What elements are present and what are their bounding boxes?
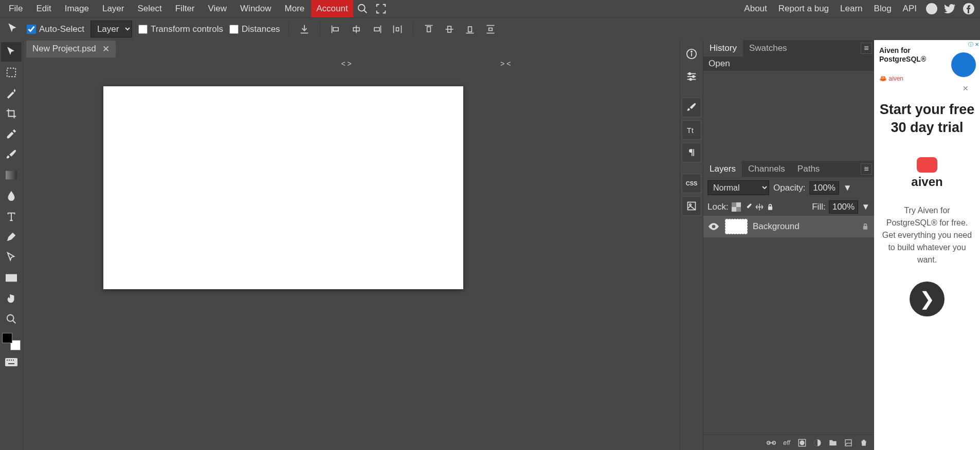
history-menu-icon[interactable]: ≡ [861, 43, 872, 54]
tool-text[interactable] [1, 207, 22, 226]
search-icon[interactable] [356, 3, 369, 15]
canvas-redo-icon[interactable]: > < [500, 60, 511, 68]
auto-select-checkbox[interactable]: Auto-Select [27, 24, 84, 34]
tool-crop[interactable] [1, 104, 22, 123]
adjustment-layer-icon[interactable] [812, 438, 823, 448]
align-right-icon[interactable] [370, 22, 384, 36]
close-tab-icon[interactable]: ✕ [102, 44, 110, 54]
link-layers-icon[interactable] [766, 438, 776, 448]
distances-checkbox[interactable]: Distances [229, 24, 280, 34]
tool-zoom[interactable] [1, 309, 22, 329]
transform-checkbox[interactable]: Transform controls [138, 24, 223, 34]
svg-rect-46 [732, 202, 736, 207]
color-swatches[interactable] [1, 332, 22, 351]
blend-mode-select[interactable]: Normal [707, 180, 769, 195]
distances-input[interactable] [229, 25, 239, 34]
twitter-icon[interactable] [944, 3, 956, 15]
svg-line-1 [364, 10, 367, 13]
opacity-value[interactable]: 100% [809, 181, 839, 195]
document-tab[interactable]: New Project.psd ✕ [26, 41, 116, 58]
css-panel-icon[interactable]: CSS [682, 174, 701, 193]
link-api[interactable]: API [897, 0, 922, 17]
align-center-h-icon[interactable] [349, 22, 364, 36]
link-blog[interactable]: Blog [868, 0, 897, 17]
menu-layer[interactable]: Layer [96, 0, 131, 17]
fg-color[interactable] [2, 333, 12, 343]
align-top-icon[interactable] [422, 22, 436, 36]
scope-select[interactable]: Layer [90, 21, 132, 38]
tool-blur[interactable] [1, 186, 22, 205]
fill-value[interactable]: 100% [829, 200, 858, 214]
menu-more[interactable]: More [278, 0, 312, 17]
menu-account[interactable]: Account [311, 0, 353, 17]
ad-info-icon[interactable]: ⓘ ✕ [968, 41, 979, 48]
link-about[interactable]: About [738, 0, 772, 17]
lock-all-icon[interactable] [767, 203, 774, 211]
reddit-icon[interactable] [925, 3, 938, 15]
layer-mask-icon[interactable] [797, 438, 807, 448]
character-panel-icon[interactable]: Tt [682, 120, 701, 140]
delete-layer-icon[interactable] [859, 438, 869, 448]
tab-paths[interactable]: Paths [791, 161, 826, 177]
align-left-icon[interactable] [329, 22, 343, 36]
align-bottom-icon[interactable] [463, 22, 477, 36]
menu-filter[interactable]: Filter [169, 0, 202, 17]
tab-history[interactable]: History [703, 40, 743, 57]
svg-point-39 [689, 73, 691, 75]
lock-position-icon[interactable] [755, 203, 764, 211]
tool-pen[interactable] [1, 227, 22, 247]
layer-effects-icon[interactable]: eff [782, 438, 792, 448]
tool-keyboard[interactable] [1, 352, 22, 372]
tool-eyedropper[interactable] [1, 124, 22, 144]
layer-visibility-icon[interactable] [709, 223, 720, 230]
menu-window[interactable]: Window [233, 0, 278, 17]
sliders-icon[interactable] [682, 67, 701, 86]
link-report-bug[interactable]: Report a bug [773, 0, 834, 17]
tool-move[interactable] [1, 42, 22, 62]
tool-path-select[interactable] [1, 248, 22, 267]
facebook-icon[interactable] [963, 3, 975, 15]
tool-wand[interactable] [1, 83, 22, 103]
layers-menu-icon[interactable]: ≡ [861, 163, 872, 175]
tool-hand[interactable] [1, 289, 22, 308]
menu-edit[interactable]: Edit [29, 0, 58, 17]
auto-select-input[interactable] [27, 25, 36, 34]
tab-swatches[interactable]: Swatches [743, 40, 793, 57]
link-learn[interactable]: Learn [834, 0, 868, 17]
brush-panel-icon[interactable] [682, 98, 701, 117]
image-panel-icon[interactable] [682, 196, 701, 216]
lock-transparent-icon[interactable] [732, 202, 741, 212]
menu-image[interactable]: Image [58, 0, 96, 17]
layer-row[interactable]: Background [703, 216, 874, 237]
opacity-dropdown-icon[interactable]: ▼ [843, 183, 852, 193]
align-center-v-icon[interactable] [442, 22, 457, 36]
new-folder-icon[interactable] [828, 438, 838, 448]
new-layer-icon[interactable] [843, 438, 854, 448]
distribute-v-icon[interactable] [483, 22, 498, 36]
transform-input[interactable] [138, 25, 148, 34]
tab-channels[interactable]: Channels [742, 161, 791, 177]
download-icon[interactable] [297, 22, 312, 36]
menu-file[interactable]: File [2, 0, 29, 17]
menu-view[interactable]: View [202, 0, 234, 17]
ad-cta-arrow-icon[interactable]: ❯ [910, 282, 945, 316]
tool-gradient[interactable] [1, 165, 22, 185]
history-item[interactable]: Open [703, 57, 874, 71]
canvas[interactable] [103, 86, 463, 289]
fill-dropdown-icon[interactable]: ▼ [861, 202, 870, 212]
info-icon[interactable] [682, 44, 701, 64]
tab-layers[interactable]: Layers [703, 161, 742, 177]
menubar: File Edit Image Layer Select Filter View… [0, 0, 980, 17]
lock-pixels-icon[interactable] [744, 203, 752, 211]
tool-marquee[interactable] [1, 63, 22, 82]
layer-name[interactable]: Background [753, 221, 857, 232]
ad-close-icon[interactable]: ✕ [963, 84, 969, 92]
distribute-h-icon[interactable] [390, 22, 405, 36]
layer-thumbnail[interactable] [725, 219, 748, 234]
canvas-undo-icon[interactable]: < > [341, 60, 352, 68]
paragraph-panel-icon[interactable] [682, 143, 701, 162]
tool-brush[interactable] [1, 145, 22, 164]
fullscreen-icon[interactable] [375, 3, 387, 15]
tool-shape[interactable] [1, 268, 22, 288]
menu-select[interactable]: Select [131, 0, 168, 17]
